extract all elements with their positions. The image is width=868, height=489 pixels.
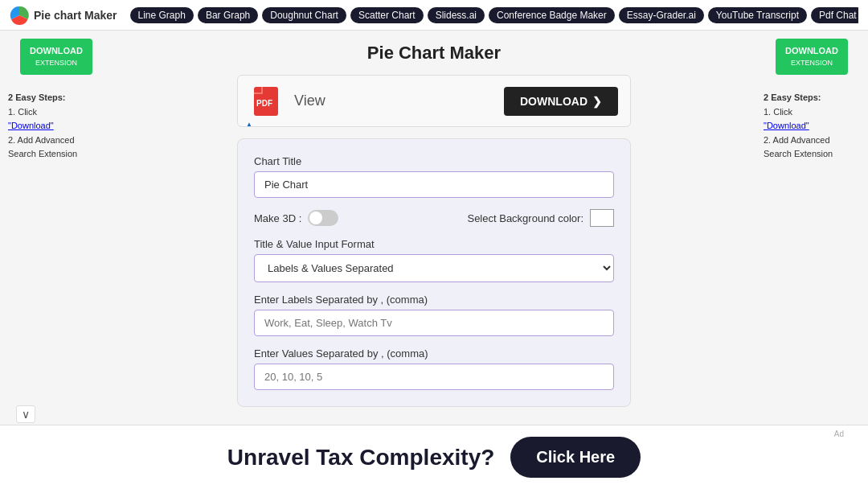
- nav-pill-conference-badge[interactable]: Conference Badge Maker: [489, 7, 615, 23]
- options-row: Make 3D : Select Background color:: [254, 209, 614, 227]
- bg-color-label: Select Background color:: [467, 212, 583, 224]
- values-group: Enter Values Separated by , (comma): [254, 347, 614, 390]
- center-content: Pie Chart Maker PDF View DOWNLOAD ❯ ▲ Ch…: [113, 31, 755, 425]
- make-3d-group: Make 3D :: [254, 210, 338, 226]
- values-label: Enter Values Separated by , (comma): [254, 347, 614, 360]
- nav-pill-youtube-transcript[interactable]: YouTube Transcript: [708, 7, 807, 23]
- main-container: DOWNLOAD EXTENSION 2 Easy Steps: 1. Clic…: [0, 31, 868, 425]
- chart-title-label: Chart Title: [254, 155, 614, 167]
- left-sidebar: DOWNLOAD EXTENSION 2 Easy Steps: 1. Clic…: [0, 31, 113, 425]
- nav-pill-pdf-chat[interactable]: Pdf Chat: [811, 7, 858, 23]
- labels-input[interactable]: [254, 310, 614, 336]
- page-title: Pie Chart Maker: [367, 43, 501, 64]
- input-format-select[interactable]: Labels & Values Separated Labels & Value…: [254, 254, 614, 282]
- logo-text: Pie chart Maker: [34, 9, 117, 22]
- chevron-down-icon[interactable]: ∨: [16, 405, 35, 423]
- right-download-button[interactable]: DOWNLOAD EXTENSION: [776, 39, 848, 75]
- right-easy-steps: 2 Easy Steps: 1. Click "Download" 2. Add…: [764, 91, 860, 162]
- header: Pie chart Maker Line GraphBar GraphDough…: [0, 0, 868, 31]
- nav-pill-essay-grader[interactable]: Essay-Grader.ai: [619, 7, 704, 23]
- bg-color-group: Select Background color:: [467, 209, 614, 227]
- values-input[interactable]: [254, 364, 614, 390]
- chart-title-group: Chart Title: [254, 155, 614, 198]
- labels-group: Enter Labels Separated by , (comma): [254, 294, 614, 336]
- right-download-link[interactable]: "Download": [764, 121, 809, 130]
- ad-triangle: ▲: [246, 121, 252, 128]
- make-3d-toggle[interactable]: [308, 210, 338, 226]
- nav-pill-scatter-chart[interactable]: Scatter Chart: [350, 7, 424, 23]
- nav-pill-bar-graph[interactable]: Bar Graph: [198, 7, 258, 23]
- ad-pdf-icon: PDF: [250, 85, 282, 117]
- nav-pill-line-graph[interactable]: Line Graph: [130, 7, 194, 23]
- input-format-group: Title & Value Input Format Labels & Valu…: [254, 238, 614, 282]
- nav-pills: Line GraphBar GraphDoughnut ChartScatter…: [130, 7, 859, 23]
- logo-area: Pie chart Maker: [10, 6, 117, 25]
- left-download-link[interactable]: "Download": [8, 121, 54, 130]
- input-format-label: Title & Value Input Format: [254, 238, 614, 250]
- bg-color-swatch[interactable]: [590, 209, 614, 227]
- left-download-button[interactable]: DOWNLOAD EXTENSION: [20, 39, 92, 75]
- ad-banner: PDF View DOWNLOAD ❯ ▲: [237, 75, 631, 127]
- logo-icon: [10, 6, 29, 25]
- nav-pill-slidess[interactable]: Slidess.ai: [428, 7, 485, 23]
- ad-download-button[interactable]: DOWNLOAD ❯: [504, 87, 618, 116]
- labels-label: Enter Labels Separated by , (comma): [254, 294, 614, 306]
- svg-text:PDF: PDF: [256, 99, 272, 108]
- right-sidebar: DOWNLOAD EXTENSION 2 Easy Steps: 1. Clic…: [755, 31, 868, 425]
- left-easy-steps: 2 Easy Steps: 1. Click "Download" 2. Add…: [8, 91, 104, 162]
- make-3d-label: Make 3D :: [254, 212, 301, 224]
- ad-view-text: View: [294, 92, 492, 109]
- chart-title-input[interactable]: [254, 171, 614, 198]
- nav-pill-doughnut-chart[interactable]: Doughnut Chart: [262, 7, 346, 23]
- form-panel: Chart Title Make 3D : Select Background …: [237, 138, 631, 407]
